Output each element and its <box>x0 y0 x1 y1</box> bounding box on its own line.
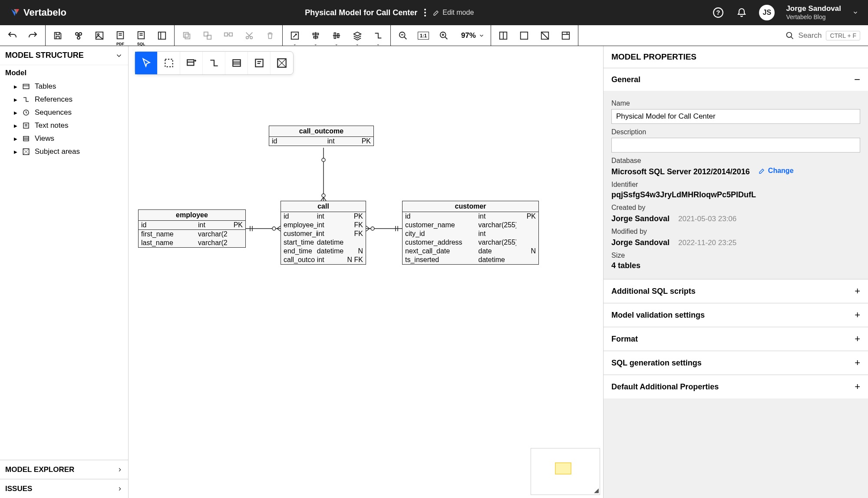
brand-logo[interactable]: Vertabelo <box>10 7 66 18</box>
header-center: Physical Model for Call Center Edit mode <box>66 8 712 17</box>
search-shortcut: CTRL + F <box>826 31 860 40</box>
column-type: int <box>317 221 346 229</box>
add-reference-tool[interactable] <box>203 52 225 74</box>
image-export-button[interactable] <box>93 30 106 42</box>
xml-export-button[interactable] <box>156 30 168 42</box>
tree-item-sequences[interactable]: ▶Sequences <box>5 106 123 119</box>
svg-rect-50 <box>23 84 29 89</box>
align-h-button[interactable]: ⌄ <box>310 30 322 42</box>
zoom-in-button[interactable] <box>438 30 450 42</box>
chevron-right-icon <box>117 486 123 492</box>
save-button[interactable] <box>52 30 64 42</box>
pdf-export-button[interactable]: PDF <box>114 30 126 42</box>
svg-rect-19 <box>185 34 190 39</box>
svg-line-35 <box>404 37 407 39</box>
column-key <box>516 221 536 229</box>
app-header: Vertabelo Physical Model for Call Center… <box>0 0 868 25</box>
chevron-down-icon[interactable] <box>852 10 858 16</box>
section-label: Additional SQL scripts <box>611 287 696 296</box>
duplicate-button[interactable] <box>222 30 234 42</box>
model-name-input[interactable] <box>611 109 860 124</box>
marquee-tool[interactable] <box>158 52 180 74</box>
model-menu-icon[interactable] <box>424 9 426 17</box>
tree-item-tables[interactable]: ▶Tables <box>5 80 123 93</box>
model-explorer-header[interactable]: MODEL EXPLORER <box>0 460 128 479</box>
general-section-header[interactable]: General − <box>604 68 868 91</box>
cut-button[interactable] <box>243 30 255 42</box>
tree-item-views[interactable]: ▶Views <box>5 132 123 145</box>
change-database-link[interactable]: Change <box>759 167 794 175</box>
help-icon[interactable]: ? <box>712 7 724 19</box>
align-v-button[interactable]: ⌄ <box>330 30 343 42</box>
column-name: call_outco <box>284 256 317 264</box>
redo-button[interactable] <box>27 30 39 42</box>
user-org: Vertabelo Blog <box>786 13 841 21</box>
zoom-level-dropdown[interactable]: 97% <box>461 31 485 40</box>
undo-button[interactable] <box>6 30 18 42</box>
section-format[interactable]: Format+ <box>604 327 868 351</box>
tree-item-references[interactable]: ▶References <box>5 93 123 106</box>
column-name: city_id <box>405 230 479 238</box>
table-title: call <box>281 201 366 212</box>
paste-button[interactable] <box>201 30 214 42</box>
resize-handle-icon[interactable]: ◢ <box>594 487 599 494</box>
search-box[interactable]: Search CTRL + F <box>778 31 868 40</box>
svg-rect-18 <box>184 32 188 37</box>
column-key <box>516 230 536 238</box>
copy-button[interactable] <box>181 30 193 42</box>
minimap-viewport[interactable] <box>555 462 571 475</box>
zoom-ratio-badge[interactable]: 1:1 <box>418 32 429 40</box>
add-table-tool[interactable] <box>180 52 203 74</box>
table-call[interactable]: call idintPK employee_iintFK customer_ii… <box>281 201 366 265</box>
minimap[interactable]: ◢ <box>531 448 600 495</box>
table-customer[interactable]: customer idintPK customer_namevarchar(25… <box>402 201 539 265</box>
layers-button[interactable]: ⌄ <box>351 30 363 42</box>
section-sql-generation[interactable]: SQL generation settings+ <box>604 351 868 375</box>
change-label: Change <box>768 167 794 175</box>
tree-root[interactable]: Model <box>5 69 123 77</box>
select-tool[interactable] <box>135 52 158 74</box>
notation-button-1[interactable] <box>497 30 509 42</box>
notifications-icon[interactable] <box>736 7 748 19</box>
delete-button[interactable] <box>264 30 276 42</box>
left-panel: MODEL STRUCTURE Model ▶Tables ▶Reference… <box>0 46 129 498</box>
notation-button-2[interactable] <box>518 30 530 42</box>
header-right: ? JS Jorge Sandoval Vertabelo Blog <box>712 4 858 20</box>
table-employee[interactable]: employee idintPK first_namevarchar(255) … <box>138 209 246 248</box>
tree-label: Tables <box>35 82 56 91</box>
model-description-input[interactable] <box>611 138 860 153</box>
add-area-tool[interactable] <box>271 52 293 74</box>
notation-button-4[interactable] <box>560 30 572 42</box>
add-note-tool[interactable] <box>248 52 271 74</box>
column-type: varchar(255) <box>198 239 228 247</box>
main-toolbar: PDF SQL ⌄ ⌄ ⌄ ⌄ ⌄ 1:1 97% Search CTRL + … <box>0 25 868 46</box>
diagram-canvas[interactable]: call_outcome idintPK employee idintPK fi… <box>129 46 603 498</box>
column-key: FK <box>346 221 363 229</box>
modified-at-value: 2022-11-20 23:25 <box>678 239 736 247</box>
tree-item-text-notes[interactable]: ▶Text notes <box>5 119 123 132</box>
add-view-tool[interactable] <box>225 52 248 74</box>
issues-header[interactable]: ISSUES <box>0 479 128 498</box>
column-name: next_call_date <box>405 247 479 255</box>
svg-point-48 <box>786 32 792 37</box>
share-button[interactable] <box>73 30 85 42</box>
user-info[interactable]: Jorge Sandoval Vertabelo Blog <box>786 4 841 20</box>
edit-mode-toggle[interactable]: Edit mode <box>433 9 474 17</box>
user-avatar[interactable]: JS <box>759 5 775 20</box>
notation-button-3[interactable] <box>539 30 551 42</box>
svg-rect-65 <box>233 60 240 66</box>
fit-button[interactable]: ⌄ <box>289 30 301 42</box>
svg-rect-16 <box>158 32 166 39</box>
zoom-out-button[interactable] <box>397 30 409 42</box>
column-type: varchar(255) <box>479 239 516 246</box>
section-default-props[interactable]: Default Additional Properties+ <box>604 375 868 398</box>
section-additional-sql[interactable]: Additional SQL scripts+ <box>604 279 868 303</box>
table-call-outcome[interactable]: call_outcome idintPK <box>269 126 374 146</box>
section-label: SQL generation settings <box>611 359 702 368</box>
model-structure-header[interactable]: MODEL STRUCTURE <box>0 46 128 65</box>
general-label: General <box>611 75 640 84</box>
sql-export-button[interactable]: SQL <box>135 30 147 42</box>
tree-item-subject-areas[interactable]: ▶Subject areas <box>5 145 123 158</box>
section-validation[interactable]: Model validation settings+ <box>604 303 868 327</box>
connector-style-button[interactable]: ⌄ <box>372 30 384 42</box>
